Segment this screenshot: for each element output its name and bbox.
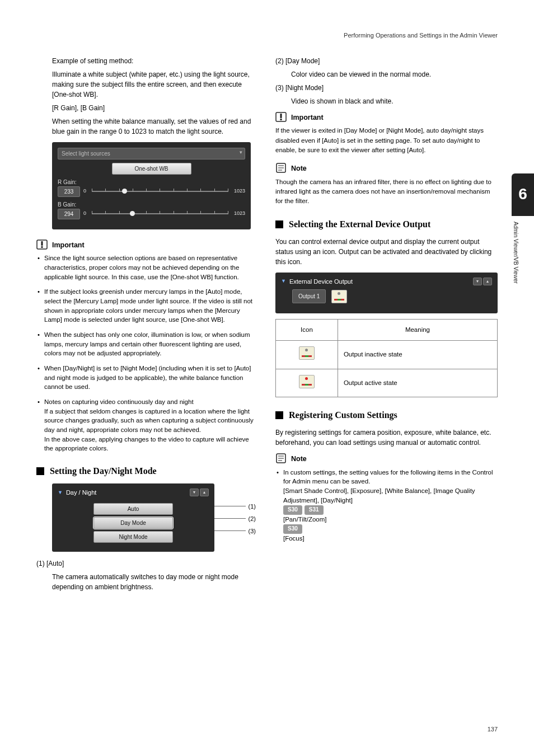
important-callout: Important [36,240,259,251]
important-icon [275,112,287,122]
important-title: Important [52,240,85,251]
table-cell-icon [276,369,338,397]
important-item: When [Day/Night] is set to [Night Mode] … [36,364,259,392]
table-cell: Output inactive state [338,341,497,369]
section-body: You can control external device output a… [275,237,498,267]
section-title: Selecting the External Device Output [289,218,430,231]
section-heading-external: Selecting the External Device Output [275,218,498,231]
collapse-icon[interactable]: ▼ [58,489,63,497]
day-night-panel: ▼ Day / Night ▾ ▴ Auto Day Mode Night Mo… [52,483,214,552]
svg-rect-5 [280,119,282,120]
table-header: Meaning [338,320,497,341]
table-header: Icon [276,320,338,341]
external-output-panel: ▼ External Device Output ▾ ▴ Output 1 [275,273,498,314]
white-balance-panel: Select light sources One-shot WB R Gain:… [52,142,251,229]
note-body: Though the camera has an infrared filter… [275,177,498,206]
list-number: (2) [Day Mode] [275,56,320,66]
output-state-icon[interactable] [331,290,347,303]
option-auto[interactable]: Auto [93,503,173,515]
important-body: If the viewer is exited in [Day Mode] or… [275,126,498,155]
svg-rect-2 [41,246,43,248]
running-header: Performing Operations and Settings in th… [36,31,498,40]
r-gain-label: R Gain: [58,178,245,186]
b-gain-slider[interactable] [92,213,228,214]
output-inactive-icon [299,346,315,360]
square-bullet-icon [275,220,283,228]
section-body: By registering settings for camera posit… [275,428,498,448]
intro-line: Example of setting method: [52,56,259,66]
model-badge: S30 [283,505,302,515]
page-number: 137 [36,702,498,734]
r-gain-value[interactable]: 233 [58,186,80,197]
panel-title: Day / Night [66,488,96,497]
slider-max: 1023 [234,187,245,195]
note-item: In custom settings, the setting values f… [275,468,498,543]
panel-up-button[interactable]: ▴ [483,278,492,285]
section-heading-register: Registering Custom Settings [275,408,498,422]
callout-num: (2) [249,514,256,524]
important-title: Important [291,112,324,123]
slider-max: 1023 [234,210,245,218]
light-source-dropdown[interactable]: Select light sources [58,148,245,159]
list-body: Color video can be viewed in the normal … [291,69,498,79]
list-body: The camera automatically switches to day… [52,572,259,592]
note-icon [275,453,287,463]
output1-button[interactable]: Output 1 [292,289,326,303]
panel-title: External Device Output [289,277,353,287]
list-body: Video is shown in black and white. [291,96,498,106]
note-callout: Note [275,163,498,174]
important-item: If the subject looks greenish under merc… [36,287,259,325]
svg-rect-4 [280,114,282,118]
important-item: Since the light source selection options… [36,253,259,281]
intro-line: When setting the white balance manually,… [52,116,259,137]
callout-num: (3) [249,527,256,536]
table-cell-icon [276,341,338,369]
b-gain-value[interactable]: 294 [58,209,80,219]
note-icon [275,163,287,173]
table-cell: Output active state [338,369,497,397]
note-callout: Note [275,453,498,464]
b-gain-label: B Gain: [58,200,245,209]
left-column: Example of setting method: Illuminate a … [36,56,259,702]
callout-num: (1) [249,502,256,511]
output-state-table: Icon Meaning Output inactive state Outpu… [275,319,498,397]
panel-up-button[interactable]: ▴ [200,489,209,496]
important-icon [36,240,48,250]
section-heading-daynight: Setting the Day/Night Mode [36,464,259,478]
model-badge: S30 [283,524,302,534]
important-callout: Important [275,112,498,123]
intro-line: Illuminate a white subject (white paper,… [52,69,259,100]
option-night-mode[interactable]: Night Mode [93,531,173,543]
list-number: (1) [Auto] [36,558,64,569]
panel-down-button[interactable]: ▾ [473,278,482,285]
slider-min: 0 [83,210,86,218]
chapter-label: Admin Viewer/VB Viewer [512,216,528,284]
note-title: Note [291,454,307,464]
model-badge: S31 [305,505,324,515]
important-item: When the subject has only one color, ill… [36,330,259,358]
slider-min: 0 [83,187,86,195]
square-bullet-icon [36,467,44,475]
panel-down-button[interactable]: ▾ [190,489,199,496]
important-list: Since the light source selection options… [36,253,259,453]
svg-rect-1 [41,241,43,246]
section-title: Registering Custom Settings [289,408,397,422]
important-item: Notes on capturing video continuously da… [36,397,259,453]
collapse-icon[interactable]: ▼ [281,278,286,285]
note-title: Note [291,163,307,174]
option-day-mode[interactable]: Day Mode [93,517,173,529]
intro-line: [R Gain], [B Gain] [52,103,259,113]
chapter-tab: 6 Admin Viewer/VB Viewer [512,173,534,284]
list-number: (3) [Night Mode] [275,83,324,93]
square-bullet-icon [275,411,283,419]
r-gain-slider[interactable] [92,191,228,192]
right-column: (2) [Day Mode] Color video can be viewed… [275,56,498,702]
one-shot-wb-button[interactable]: One-shot WB [112,163,191,175]
chapter-number: 6 [512,173,534,216]
section-title: Setting the Day/Night Mode [50,464,157,478]
output-active-icon [299,375,315,388]
